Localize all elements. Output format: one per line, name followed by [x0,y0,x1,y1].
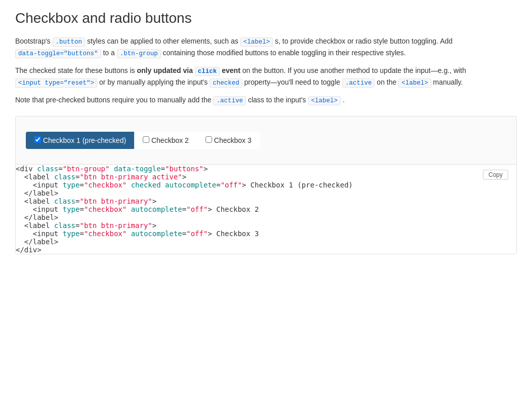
code-data-toggle: data-toggle="buttons" [15,49,101,58]
paragraph-1: Bootstrap's .button styles can be applie… [15,35,517,59]
p1-to-a: to a [103,49,114,57]
p3-class-to: class to the input's [248,96,306,104]
code-btn-group: .btn-group [117,49,161,58]
code-checked: checked [210,79,242,88]
p2-before-bold: The checked state for these buttons is [15,66,135,74]
code-label-2: <label> [398,79,431,88]
p1-before-button: Bootstrap's [15,37,51,45]
p2-after-event: on the button. If you use another method… [242,66,466,74]
code-block: <div class="btn-group" data-toggle="butt… [16,165,516,254]
code-active-2: .active [213,96,246,105]
checkbox-2-label[interactable]: Checkbox 2 [134,132,197,149]
paragraph-2: The checked state for these buttons is o… [15,65,517,88]
checkbox-3-input[interactable] [206,136,212,143]
page-title: Checkbox and radio buttons [15,10,517,26]
paragraph-3: Note that pre-checked buttons require yo… [15,94,517,106]
p3-note: Note that pre-checked buttons require yo… [15,96,212,104]
p2-or-manually: or by manually applying the input's [99,78,208,86]
checkbox-3-label[interactable]: Checkbox 3 [197,132,260,149]
p2-manually: manually. [433,78,463,86]
code-button: .button [53,37,86,47]
p2-property: property—you'll need to toggle [244,78,340,86]
checkbox-1-input[interactable] [34,136,41,143]
p2-bold: only updated via click event [137,66,242,74]
code-input-reset: <input type="reset"> [15,79,97,88]
checkbox-2-input[interactable] [143,136,149,143]
p1-middle: styles can be applied to other elements,… [87,37,238,45]
code-area: Copy <div class="btn-group" data-toggle=… [16,164,516,254]
p1-after-label: s, to provide checkbox or radio style bu… [275,37,453,45]
checkbox-1-label[interactable]: Checkbox 1 (pre-checked) [26,132,135,149]
p2-on-the: on the [377,78,396,86]
checkbox-btn-group: Checkbox 1 (pre-checked) Checkbox 2 Chec… [26,132,260,149]
copy-button[interactable]: Copy [483,170,508,180]
code-active-1: .active [342,79,375,88]
demo-area: Checkbox 1 (pre-checked) Checkbox 2 Chec… [16,117,516,164]
p3-period: . [343,96,345,104]
demo-code-section: Checkbox 1 (pre-checked) Checkbox 2 Chec… [15,116,517,254]
code-label-3: <label> [308,96,341,105]
code-label-1: <label> [240,37,273,47]
p1-end: containing those modified buttons to ena… [163,49,406,57]
code-click: click [195,67,220,76]
